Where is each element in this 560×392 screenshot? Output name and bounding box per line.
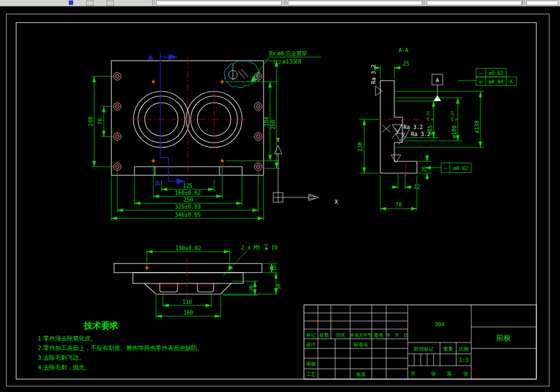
dia-85: ø85 bbox=[427, 125, 433, 135]
dim-240: 240 bbox=[88, 117, 94, 126]
scale-label: 比例 bbox=[459, 346, 469, 352]
sheet-unit: 张 bbox=[431, 371, 436, 376]
dim-160-bottom: 160 bbox=[183, 310, 193, 316]
pen-icon[interactable] bbox=[69, 1, 73, 5]
dim-70: 70 bbox=[97, 118, 103, 125]
tech-item: 3.去除毛刺飞边。 bbox=[38, 354, 85, 361]
toolbar-input[interactable] bbox=[427, 1, 522, 5]
tech-item: 1.零件须去除氧化皮。 bbox=[38, 335, 97, 342]
hole-callout: 8x ø8 完全贯穿 ø13深8 bbox=[251, 51, 321, 82]
datum-triangle-icon bbox=[434, 95, 441, 101]
dim-250-bottom: 250 bbox=[183, 197, 193, 203]
toolbar-separator bbox=[286, 0, 286, 5]
dia-130: ø130 bbox=[474, 120, 480, 133]
dim-130: 130 bbox=[357, 142, 363, 152]
foot-right bbox=[197, 283, 214, 292]
dim-20: 20 bbox=[421, 166, 427, 172]
hole bbox=[253, 101, 264, 112]
sheet-index-label: 第 bbox=[447, 371, 452, 376]
tech-requirements: 技术要求 1.零件须去除氧化皮。 2.零件加工表面上，不应有划痕、擦伤等损伤零件… bbox=[38, 320, 203, 371]
ucs-axes-icon: X Y bbox=[273, 137, 338, 205]
dim-160: 160±0.02 bbox=[175, 190, 201, 196]
ra-left: Ra 3.2 bbox=[371, 65, 377, 84]
title-block: 标记 处数 分区 更改文件号 签名 年、月、日 设计 标准化 审核 工艺 批准 … bbox=[304, 305, 536, 379]
counterbore-symbol bbox=[274, 60, 280, 63]
toolbar-dropdown[interactable] bbox=[107, 1, 114, 6]
fcf-row2-value: ø0.04 bbox=[488, 79, 503, 84]
ucs-y-label: Y bbox=[277, 137, 280, 143]
col-sign: 签名 bbox=[374, 332, 384, 338]
dim-190: 190±0.02 bbox=[175, 245, 201, 251]
hole bbox=[112, 161, 123, 172]
dim-50: 50 bbox=[276, 284, 281, 290]
dim-30: 30 bbox=[249, 286, 254, 291]
hole bbox=[112, 101, 123, 112]
hole bbox=[112, 131, 123, 142]
row-approve: 批准 bbox=[356, 372, 366, 377]
dia-100-tol-upper: +0.03 bbox=[450, 111, 455, 122]
depth-symbol bbox=[264, 245, 269, 251]
dia-100: ø100 bbox=[451, 125, 457, 138]
dim-184: 184 bbox=[264, 117, 270, 126]
col-zone: 分区 bbox=[336, 332, 345, 338]
thread-section-marks bbox=[382, 125, 405, 162]
toolbar-button[interactable] bbox=[86, 1, 94, 6]
row-standardize: 标准化 bbox=[353, 342, 369, 347]
row-process: 工艺 bbox=[306, 372, 316, 377]
datum-feature: A bbox=[432, 74, 443, 101]
front-view-tab-lines bbox=[134, 167, 242, 175]
col-change-doc: 更改文件号 bbox=[350, 333, 372, 338]
section-view: A-A Ra 3.2 Ra 3.2 bbox=[357, 47, 516, 211]
dia-85-tol-upper: +0.02 bbox=[426, 111, 430, 122]
toolbar-separator bbox=[152, 0, 153, 5]
fcf-bottom-value: ø0.02 bbox=[453, 166, 467, 171]
dia-100-tol-lower: 0 bbox=[455, 118, 459, 120]
bottom-view: 190±0.02 2 x M5 10 10 50 30 bbox=[108, 245, 281, 328]
fcf-bottom: — ø0.02 bbox=[425, 163, 471, 173]
part-name: 前板 bbox=[496, 333, 511, 342]
title-block-grid bbox=[304, 305, 536, 379]
row-design: 设计 bbox=[306, 342, 316, 347]
ra-mid-1: Ra 3.2 bbox=[403, 124, 423, 130]
section-label-top: A bbox=[148, 54, 153, 62]
toolbar-input[interactable] bbox=[288, 1, 422, 5]
tech-item: 2.零件加工表面上，不应有划痕、擦伤等损伤零件表面的缺陷。 bbox=[38, 345, 203, 352]
dim-25: 25 bbox=[403, 61, 409, 67]
material: 304 bbox=[435, 322, 444, 327]
dim-346: 346±0.05 bbox=[175, 212, 201, 218]
hole bbox=[253, 161, 264, 172]
toolbar-separator bbox=[154, 0, 154, 5]
row-check: 审核 bbox=[306, 361, 316, 367]
tech-item: 4.去除毛刺，抛光。 bbox=[38, 364, 91, 371]
fcf-top: — ø0.02 ◎ ø0.04 A bbox=[458, 68, 516, 85]
fcf-row1-value: ø0.02 bbox=[488, 70, 503, 76]
dim-125: 125 bbox=[183, 183, 193, 189]
cad-window: A A 8x ø8 完全贯穿 ø13深8 bbox=[0, 0, 560, 392]
fcf-row1-symbol: — bbox=[479, 70, 483, 76]
dim-110: 110 bbox=[182, 299, 192, 305]
fcf-row2-datum: A bbox=[509, 79, 513, 84]
dia-85-tol-lower: 0 bbox=[430, 118, 435, 120]
toolbar-separator bbox=[522, 0, 523, 5]
front-dims-left: 240 70 bbox=[88, 76, 113, 167]
thread-note: 2 x M5 bbox=[241, 245, 260, 251]
toolbar-separator bbox=[424, 0, 425, 5]
toolbar-separator bbox=[423, 0, 423, 5]
toolbar-input[interactable] bbox=[156, 1, 282, 5]
toolbar-input[interactable] bbox=[526, 1, 558, 5]
bottom-view-dims: 190±0.02 2 x M5 10 10 50 30 bbox=[147, 245, 281, 318]
dim-250-right: 250 bbox=[270, 120, 276, 130]
dim-10: 10 bbox=[272, 265, 277, 271]
tech-title: 技术要求 bbox=[83, 320, 119, 331]
hole bbox=[112, 71, 123, 82]
roughness-mid-2: Ra 3.2 bbox=[399, 130, 430, 144]
hole bbox=[253, 131, 264, 142]
datum-label: A bbox=[436, 77, 439, 83]
drawing-canvas[interactable]: A A 8x ø8 完全贯穿 ø13深8 bbox=[0, 6, 560, 392]
hole-note-line1: 8x ø8 完全贯穿 bbox=[269, 51, 307, 56]
stage-mark: 阶段标记 bbox=[414, 346, 434, 352]
front-view: A A 8x ø8 完全贯穿 ø13深8 bbox=[88, 51, 321, 220]
scale-value: 1:3 bbox=[459, 357, 469, 363]
hole-note-line2: ø13深8 bbox=[282, 59, 301, 65]
sheet-unit: 张 bbox=[464, 371, 469, 376]
